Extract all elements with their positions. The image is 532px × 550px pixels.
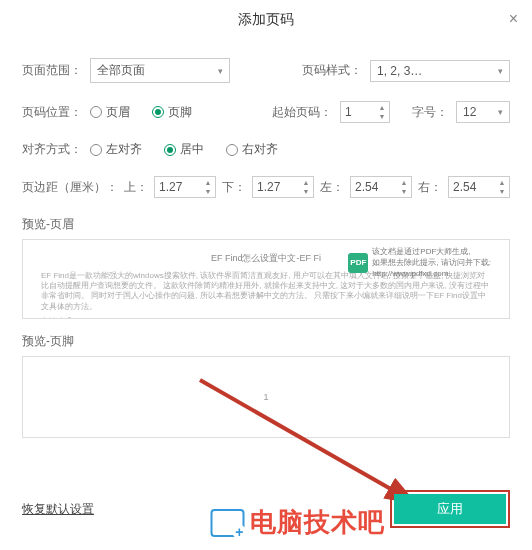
align-right-label: 右对齐 — [242, 141, 278, 158]
style-label: 页码样式： — [302, 62, 362, 79]
preview-footer-page-number: 1 — [263, 391, 268, 404]
row-align: 对齐方式： 左对齐 居中 右对齐 — [22, 141, 510, 158]
start-page-value: 1 — [345, 105, 352, 119]
margin-right-label: 右： — [418, 179, 442, 196]
margins-label: 页边距（厘米）： — [22, 179, 118, 196]
dialog-footer: 恢复默认设置 应用 — [22, 490, 510, 528]
start-label: 起始页码： — [272, 104, 332, 121]
spinner[interactable]: ▲▼ — [398, 178, 410, 196]
preview-footer-title: 预览-页脚 — [22, 333, 510, 350]
radio-footer-label: 页脚 — [168, 104, 192, 121]
scope-value: 全部页面 — [97, 62, 145, 79]
chevron-down-icon: ▾ — [498, 66, 503, 76]
radio-icon — [164, 144, 176, 156]
radio-header[interactable]: 页眉 — [90, 104, 130, 121]
radio-header-label: 页眉 — [106, 104, 130, 121]
badge-line2: 如果想去除此提示, 请访问并下载: — [372, 257, 491, 268]
chevron-down-icon: ▾ — [498, 107, 503, 117]
dialog-content: 页面范围： 全部页面 ▾ 页码样式： 1, 2, 3… ▾ 页码位置： 页眉 页… — [0, 40, 532, 438]
margin-right-value: 2.54 — [453, 180, 476, 194]
apply-highlight-box: 应用 — [390, 490, 510, 528]
align-label: 对齐方式： — [22, 141, 82, 158]
position-label: 页码位置： — [22, 104, 82, 121]
radio-align-left[interactable]: 左对齐 — [90, 141, 142, 158]
preview-footer-box: 1 — [22, 356, 510, 438]
position-radio-group: 页眉 页脚 — [90, 104, 192, 121]
restore-defaults-link[interactable]: 恢复默认设置 — [22, 501, 94, 518]
margin-top-value: 1.27 — [159, 180, 182, 194]
margin-top-input[interactable]: 1.27 ▲▼ — [154, 176, 216, 198]
radio-icon — [226, 144, 238, 156]
start-page-input[interactable]: 1 ▲▼ — [340, 101, 390, 123]
scope-select[interactable]: 全部页面 ▾ — [90, 58, 230, 83]
row-margins: 页边距（厘米）： 上： 1.27 ▲▼ 下： 1.27 ▲▼ 左： 2.54 ▲… — [22, 176, 510, 198]
margin-bottom-label: 下： — [222, 179, 246, 196]
spinner[interactable]: ▲▼ — [376, 103, 388, 121]
spinner[interactable]: ▲▼ — [496, 178, 508, 196]
style-select[interactable]: 1, 2, 3… ▾ — [370, 60, 510, 82]
spinner[interactable]: ▲▼ — [300, 178, 312, 196]
align-radio-group: 左对齐 居中 右对齐 — [90, 141, 278, 158]
dialog-title: 添加页码 — [238, 11, 294, 29]
preview-header-title: 预览-页眉 — [22, 216, 510, 233]
margin-left-label: 左： — [320, 179, 344, 196]
margin-right-input[interactable]: 2.54 ▲▼ — [448, 176, 510, 198]
row-scope-style: 页面范围： 全部页面 ▾ 页码样式： 1, 2, 3… ▾ — [22, 58, 510, 83]
preview-doc-subheading: 方法步骤 — [41, 316, 491, 319]
radio-align-center[interactable]: 居中 — [164, 141, 204, 158]
pdf-icon: PDF — [348, 253, 368, 273]
margin-bottom-input[interactable]: 1.27 ▲▼ — [252, 176, 314, 198]
badge-line1: 该文档是通过PDF大师生成, — [372, 246, 491, 257]
margin-top-label: 上： — [124, 179, 148, 196]
title-bar: 添加页码 × — [0, 0, 532, 40]
fontsize-select[interactable]: 12 ▾ — [456, 101, 510, 123]
apply-button[interactable]: 应用 — [394, 494, 506, 524]
radio-icon — [152, 106, 164, 118]
pdf-badge: PDF 该文档是通过PDF大师生成, 如果想去除此提示, 请访问并下载: htt… — [348, 246, 491, 280]
align-center-label: 居中 — [180, 141, 204, 158]
close-icon[interactable]: × — [509, 10, 518, 28]
preview-header-box: PDF 该文档是通过PDF大师生成, 如果想去除此提示, 请访问并下载: htt… — [22, 239, 510, 319]
fontsize-value: 12 — [463, 105, 476, 119]
radio-footer[interactable]: 页脚 — [152, 104, 192, 121]
margin-bottom-value: 1.27 — [257, 180, 280, 194]
row-position-start: 页码位置： 页眉 页脚 起始页码： 1 ▲▼ 字号： 12 ▾ — [22, 101, 510, 123]
margin-left-input[interactable]: 2.54 ▲▼ — [350, 176, 412, 198]
style-value: 1, 2, 3… — [377, 64, 422, 78]
chevron-down-icon: ▾ — [218, 66, 223, 76]
align-left-label: 左对齐 — [106, 141, 142, 158]
fontsize-label: 字号： — [412, 104, 448, 121]
scope-label: 页面范围： — [22, 62, 82, 79]
margin-left-value: 2.54 — [355, 180, 378, 194]
badge-url: http://www.pdfxd.com — [372, 268, 491, 279]
radio-icon — [90, 106, 102, 118]
radio-icon — [90, 144, 102, 156]
spinner[interactable]: ▲▼ — [202, 178, 214, 196]
radio-align-right[interactable]: 右对齐 — [226, 141, 278, 158]
